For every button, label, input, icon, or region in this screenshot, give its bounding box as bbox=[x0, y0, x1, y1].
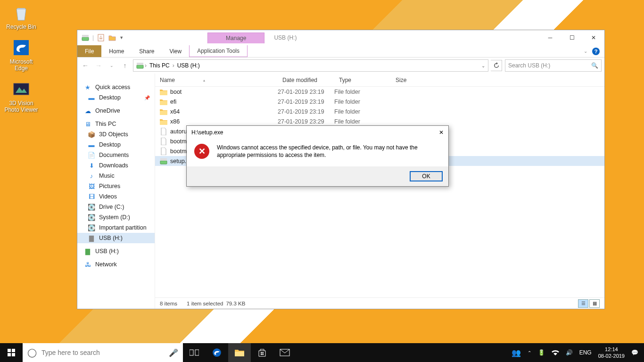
nav-item-icon: 💽 bbox=[88, 224, 95, 231]
svg-rect-24 bbox=[261, 352, 262, 354]
drive-icon[interactable] bbox=[81, 33, 90, 42]
file-name: boot bbox=[170, 89, 182, 95]
address-dropdown-icon[interactable]: ⌄ bbox=[481, 63, 485, 68]
nav-item-usb-h-[interactable]: ▇USB (H:) bbox=[77, 233, 155, 243]
file-list[interactable]: boot27-01-2019 23:19File folderefi27-01-… bbox=[155, 87, 604, 297]
desktop-icon-edge[interactable]: Microsoft Edge bbox=[3, 38, 40, 72]
column-size[interactable]: Size bbox=[391, 77, 429, 83]
recycle-bin-icon bbox=[11, 3, 31, 23]
nav-quick-access[interactable]: ★Quick access bbox=[77, 82, 155, 92]
forward-button[interactable]: → bbox=[93, 60, 104, 71]
desktop-icon-recycle-bin[interactable]: Recycle Bin bbox=[3, 3, 40, 30]
tab-file[interactable]: File bbox=[77, 45, 101, 57]
file-row[interactable]: efi27-01-2019 23:19File folder bbox=[155, 97, 604, 107]
qat-dropdown-icon[interactable]: ▼ bbox=[119, 35, 124, 40]
tray-expand-icon[interactable]: ⌃ bbox=[528, 350, 531, 355]
breadcrumb-usb[interactable]: USB (H:) bbox=[175, 62, 202, 69]
up-button[interactable]: ↑ bbox=[120, 60, 130, 71]
taskbar-store[interactable] bbox=[251, 343, 273, 362]
nav-this-pc[interactable]: 🖥This PC bbox=[77, 119, 155, 129]
file-row[interactable]: boot27-01-2019 23:19File folder bbox=[155, 87, 604, 97]
volume-icon[interactable]: 🔊 bbox=[566, 349, 573, 356]
pin-icon: 📌 bbox=[144, 95, 150, 100]
properties-icon[interactable] bbox=[97, 33, 105, 42]
column-headers: Name▴ Date modified Type Size bbox=[155, 74, 604, 87]
dialog-close-button[interactable]: ✕ bbox=[439, 129, 444, 136]
desktop-icon-3dvision[interactable]: 3D Vision Photo Viewer bbox=[3, 79, 40, 113]
back-button[interactable]: ← bbox=[80, 60, 91, 71]
file-type: File folder bbox=[334, 89, 391, 95]
language-indicator[interactable]: ENG bbox=[579, 349, 592, 356]
dialog-message: Windows cannot access the specified devi… bbox=[217, 144, 441, 162]
action-center-icon[interactable]: 💬 bbox=[631, 349, 638, 356]
nav-item-drive-c-[interactable]: 💽Drive (C:) bbox=[77, 202, 155, 212]
manage-contextual-tab[interactable]: Manage bbox=[207, 33, 264, 43]
taskbar-explorer[interactable] bbox=[228, 343, 251, 362]
address-bar[interactable]: › This PC › USB (H:) ⌄ bbox=[133, 59, 488, 72]
maximize-button[interactable]: ☐ bbox=[561, 31, 583, 45]
breadcrumb-this-pc[interactable]: This PC bbox=[148, 62, 172, 69]
taskbar-edge[interactable] bbox=[206, 343, 228, 362]
column-date[interactable]: Date modified bbox=[278, 77, 334, 83]
nav-item-icon: ♪ bbox=[88, 172, 95, 180]
chevron-right-icon[interactable]: › bbox=[144, 62, 148, 69]
file-icon bbox=[160, 138, 167, 145]
nav-item-3d-objects[interactable]: 📦3D Objects bbox=[77, 129, 155, 140]
nav-item-important-partition[interactable]: 💽Important partition bbox=[77, 222, 155, 233]
recent-locations-icon[interactable]: ⌄ bbox=[107, 60, 117, 71]
svg-rect-10 bbox=[160, 91, 167, 95]
close-button[interactable]: ✕ bbox=[583, 31, 604, 45]
nav-item-music[interactable]: ♪Music bbox=[77, 171, 155, 181]
qat-separator: | bbox=[92, 34, 94, 41]
tab-home[interactable]: Home bbox=[101, 45, 132, 57]
svg-rect-3 bbox=[82, 35, 89, 37]
ribbon-expand-icon[interactable]: ⌄ bbox=[584, 49, 587, 54]
nav-onedrive[interactable]: ☁OneDrive bbox=[77, 106, 155, 116]
ok-button[interactable]: OK bbox=[410, 171, 443, 181]
nav-network[interactable]: 🖧Network bbox=[77, 259, 155, 270]
chevron-right-icon[interactable]: › bbox=[172, 62, 175, 69]
taskbar-search[interactable]: ◯ 🎤 bbox=[23, 343, 183, 362]
task-view-button[interactable] bbox=[183, 343, 206, 362]
column-name[interactable]: Name▴ bbox=[155, 77, 278, 83]
nav-item-videos[interactable]: 🎞Videos bbox=[77, 191, 155, 202]
title-bar[interactable]: | ▼ Manage USB (H:) ─ ☐ ✕ bbox=[77, 30, 604, 45]
taskbar-search-input[interactable] bbox=[41, 349, 164, 356]
tab-application-tools[interactable]: Application Tools bbox=[189, 45, 248, 57]
file-icon bbox=[160, 148, 167, 155]
nav-item-system-d-[interactable]: 💽System (D:) bbox=[77, 212, 155, 222]
tab-view[interactable]: View bbox=[162, 45, 189, 57]
nav-item-pictures[interactable]: 🖼Pictures bbox=[77, 181, 155, 191]
view-details-button[interactable]: ☰ bbox=[578, 299, 588, 308]
people-icon[interactable]: 👥 bbox=[512, 348, 521, 357]
folder-icon bbox=[160, 118, 167, 125]
taskbar-mail[interactable] bbox=[273, 343, 296, 362]
taskbar-clock[interactable]: 12:14 08-02-2019 bbox=[598, 346, 625, 359]
file-row[interactable]: x8627-01-2019 23:29File folder bbox=[155, 116, 604, 126]
file-type: File folder bbox=[334, 108, 391, 115]
wifi-icon[interactable] bbox=[552, 350, 559, 355]
view-large-button[interactable]: ▦ bbox=[589, 299, 600, 308]
mic-icon[interactable]: 🎤 bbox=[169, 348, 178, 357]
file-date: 27-01-2019 23:19 bbox=[278, 108, 334, 115]
desktop-icons: Recycle Bin Microsoft Edge 3D Vision Pho… bbox=[3, 3, 40, 113]
nav-item-downloads[interactable]: ⬇Downloads bbox=[77, 160, 155, 171]
search-box[interactable]: Search USB (H:) 🔍 bbox=[505, 59, 602, 72]
file-date: 27-01-2019 23:19 bbox=[278, 89, 334, 95]
minimize-button[interactable]: ─ bbox=[539, 31, 561, 45]
nav-item-desktop[interactable]: ▬Desktop bbox=[77, 140, 155, 150]
column-type[interactable]: Type bbox=[334, 77, 391, 83]
nav-item-icon: 📄 bbox=[88, 151, 95, 159]
refresh-button[interactable] bbox=[491, 60, 502, 71]
start-button[interactable] bbox=[0, 343, 23, 362]
help-icon[interactable]: ? bbox=[592, 48, 600, 55]
battery-icon[interactable]: 🔋 bbox=[538, 349, 545, 356]
folder-qat-icon[interactable] bbox=[108, 33, 116, 42]
tab-share[interactable]: Share bbox=[132, 45, 162, 57]
nav-desktop-quick[interactable]: ▬Desktop📌 bbox=[77, 92, 155, 103]
nav-usb-root[interactable]: ▇USB (H:) bbox=[77, 246, 155, 256]
file-name: x86 bbox=[170, 118, 180, 125]
nav-item-icon: 💽 bbox=[88, 214, 95, 221]
file-row[interactable]: x6427-01-2019 23:19File folder bbox=[155, 107, 604, 116]
nav-item-documents[interactable]: 📄Documents bbox=[77, 150, 155, 160]
